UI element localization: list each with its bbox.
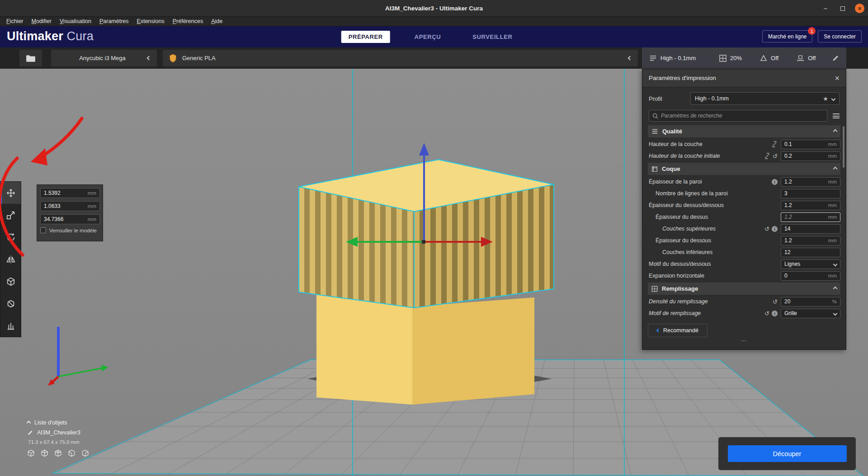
setting-field[interactable]: 14 — [781, 224, 840, 234]
z-position-field[interactable]: 34.7366mm — [40, 214, 100, 224]
setting-label: Couches supérieures — [649, 226, 764, 232]
info-icon[interactable] — [772, 179, 778, 185]
model[interactable] — [299, 160, 554, 405]
setting-field[interactable]: 1.2mm — [781, 236, 840, 245]
object-list-item[interactable]: AI3M_Chevalier3 — [27, 429, 89, 436]
printer-selector[interactable]: Anycubic i3 Mega — [51, 50, 157, 66]
section-quality[interactable]: Qualité — [648, 125, 840, 137]
close-panel-icon[interactable]: × — [835, 74, 840, 82]
setting-field[interactable]: 1.2mm — [781, 177, 840, 187]
open-file-button[interactable] — [19, 50, 42, 66]
slice-button[interactable]: Découper — [728, 445, 847, 462]
section-shell[interactable]: Coque — [648, 163, 840, 175]
setting-select[interactable]: Lignes — [781, 259, 840, 269]
menu-fichier[interactable]: Fichier — [3, 17, 27, 25]
window-title: AI3M_Chevalier3 - Ultimaker Cura — [385, 5, 483, 12]
setting-field[interactable]: 12 — [781, 248, 840, 257]
setting-row: Motif du dessus/dessous Lignes — [642, 258, 846, 270]
material-selector[interactable]: Generic PLA — [163, 50, 638, 66]
setting-select[interactable]: Grille — [781, 309, 840, 318]
infill-icon — [719, 55, 726, 62]
lock-model-checkbox[interactable] — [40, 227, 46, 233]
restore-button[interactable] — [838, 4, 848, 14]
restore-icon — [840, 6, 845, 11]
move-tool-panel: 1.5392mm 1.0633mm 34.7366mm Verrouiller … — [37, 184, 103, 241]
panel-resize-handle[interactable]: ⋯ — [642, 338, 846, 344]
material-name: Generic PLA — [182, 55, 623, 61]
setting-label: Motif de remplissage — [649, 310, 764, 316]
menu-modifier[interactable]: Modifier — [28, 17, 55, 25]
sign-in-button[interactable]: Se connecter — [818, 30, 862, 42]
summary-profile: High - 0.1mm — [660, 55, 696, 61]
setting-label: Couches inférieures — [649, 249, 781, 255]
section-label: Remplissage — [662, 285, 830, 292]
menu-extensions[interactable]: Extensions — [133, 17, 168, 25]
scale-tool-button[interactable] — [0, 204, 21, 226]
section-label: Coque — [662, 165, 830, 172]
print-settings-summary[interactable]: High - 0.1mm 20% Off Off — [642, 47, 846, 69]
setting-label: Hauteur de la couche — [649, 141, 771, 147]
view-cube-5-icon[interactable] — [81, 449, 89, 457]
setting-field[interactable]: 0mm — [781, 271, 840, 281]
edit-settings-icon[interactable] — [832, 55, 839, 62]
menu-parametres[interactable]: Paramètres — [96, 17, 132, 25]
tab-apercu[interactable]: APERÇU — [407, 31, 448, 43]
settings-menu-icon[interactable] — [833, 113, 840, 118]
setting-row: Couches supérieures ↺ 14 — [642, 223, 846, 235]
revert-icon[interactable]: ↺ — [773, 299, 778, 305]
section-infill[interactable]: Remplissage — [648, 283, 840, 295]
profile-dropdown[interactable]: High - 0.1mm ★ — [690, 92, 840, 105]
search-input[interactable] — [661, 113, 824, 119]
view-cube-2-icon[interactable] — [41, 449, 48, 457]
setting-field[interactable]: 0.2mm — [781, 151, 840, 161]
per-model-settings-button[interactable] — [0, 270, 21, 292]
info-icon[interactable] — [772, 311, 778, 316]
favorite-star-icon[interactable]: ★ — [823, 95, 828, 102]
object-list-toggle[interactable]: Liste d'objets — [27, 419, 89, 426]
info-icon[interactable] — [772, 226, 778, 232]
revert-icon[interactable]: ↺ — [773, 153, 778, 159]
settings-search[interactable] — [649, 110, 827, 122]
close-window-button[interactable]: × — [855, 4, 864, 13]
panel-title: Paramètres d'impression — [649, 75, 835, 81]
chevron-up-icon — [833, 287, 838, 291]
link-icon[interactable] — [764, 153, 770, 159]
revert-icon[interactable]: ↺ — [764, 226, 769, 232]
view-cube-3-icon[interactable] — [54, 449, 62, 457]
menu-preferences[interactable]: Préférences — [169, 17, 207, 25]
minimize-button[interactable]: − — [821, 4, 830, 14]
tab-surveiller[interactable]: SURVEILLER — [465, 31, 519, 43]
setting-field[interactable]: 3 — [781, 189, 840, 198]
link-icon[interactable] — [771, 141, 778, 147]
summary-adhesion: Off — [808, 55, 816, 61]
tab-preparer[interactable]: PRÉPARER — [341, 31, 390, 43]
rotate-tool-button[interactable] — [0, 226, 21, 248]
marketplace-button[interactable]: Marché en ligne 1 — [762, 30, 812, 42]
mirror-tool-button[interactable] — [0, 248, 21, 270]
view-cube-4-icon[interactable] — [68, 449, 75, 457]
setting-field-focused[interactable]: 1.2mm — [781, 212, 840, 222]
setting-field[interactable]: 0.1mm — [781, 140, 840, 149]
view-cube-1-icon[interactable] — [27, 449, 35, 457]
recommended-button[interactable]: Recommandé — [648, 324, 708, 337]
y-position-field[interactable]: 1.0633mm — [40, 201, 100, 211]
setting-label: Épaisseur du dessous — [649, 237, 781, 244]
menu-aide[interactable]: Aide — [208, 17, 226, 25]
gizmo-center-handle[interactable] — [422, 240, 425, 244]
menu-visualisation[interactable]: Visualisation — [56, 17, 95, 25]
model-base-right-face[interactable] — [412, 297, 534, 405]
setting-field[interactable]: 1.2mm — [781, 201, 840, 210]
model-base-left-face[interactable] — [316, 293, 412, 405]
custom-supports-button[interactable] — [0, 315, 21, 337]
chevron-up-icon — [27, 420, 31, 425]
setting-row: Expansion horizontale 0mm — [642, 270, 846, 282]
revert-icon[interactable]: ↺ — [764, 311, 769, 316]
x-position-field[interactable]: 1.5392mm — [40, 188, 100, 198]
settings-scrollbar[interactable] — [843, 126, 844, 168]
setting-row: Nombre de lignes de la paroi 3 — [642, 188, 846, 199]
support-blocker-button[interactable] — [0, 292, 21, 315]
move-tool-button[interactable] — [0, 182, 21, 204]
printer-name: Anycubic i3 Mega — [57, 55, 147, 61]
setting-row: Couches inférieures 12 — [642, 246, 846, 258]
setting-field[interactable]: 20% — [781, 297, 840, 306]
